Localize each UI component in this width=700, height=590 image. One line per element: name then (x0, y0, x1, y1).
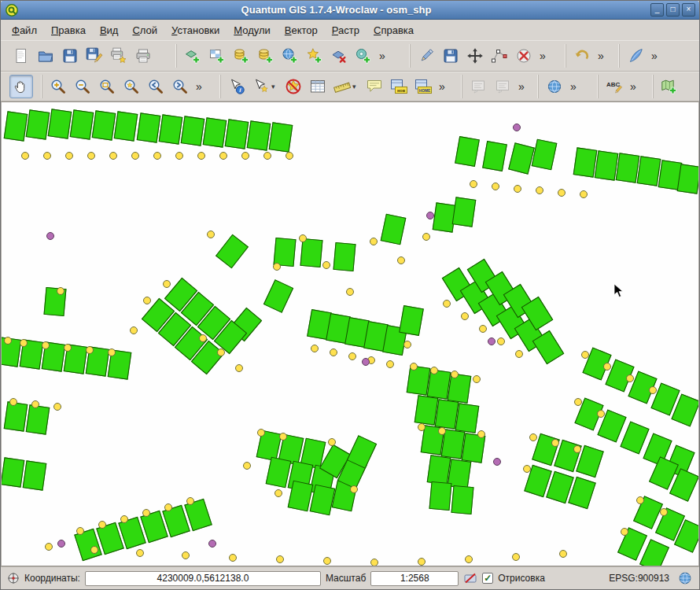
new-shapefile-layer-button[interactable] (303, 44, 326, 68)
menu-item-help[interactable]: Справка (367, 22, 420, 39)
save-project-button[interactable] (58, 44, 82, 68)
toolbar-overflow-button[interactable]: » (193, 75, 205, 98)
toolbar-overflow-button[interactable]: » (567, 75, 580, 98)
open-project-button[interactable] (34, 44, 57, 68)
minimize-button[interactable]: _ (650, 3, 664, 17)
point-feature (21, 152, 29, 160)
move-feature-button[interactable] (463, 44, 487, 68)
building-feature (448, 373, 472, 403)
text-annotation-button[interactable] (466, 75, 490, 98)
save-edits-button[interactable] (439, 44, 462, 68)
menu-item-view[interactable]: Вид (94, 22, 125, 39)
pan-button[interactable] (9, 75, 33, 98)
undo-button[interactable] (570, 44, 594, 68)
extents-icon[interactable] (7, 572, 20, 584)
building-feature (225, 119, 249, 149)
menu-item-raster[interactable]: Растр (326, 22, 366, 39)
zoom-to-selection-icon (123, 78, 140, 95)
chevron-down-icon[interactable]: ▾ (271, 83, 275, 90)
zoom-full-button[interactable] (95, 75, 119, 98)
building-feature (70, 109, 94, 139)
menu-item-file[interactable]: Файл (6, 22, 43, 39)
save-edits-icon (442, 47, 459, 65)
move-annotation-button[interactable] (491, 75, 514, 98)
new-project-button[interactable] (9, 44, 33, 68)
measure-button[interactable]: ▾ (330, 75, 362, 98)
add-spatialite-layer-button[interactable] (254, 44, 278, 68)
add-vector-layer-button[interactable] (181, 44, 204, 68)
toolbar-overflow-button[interactable]: » (376, 44, 389, 68)
remove-layer-button[interactable] (327, 44, 351, 68)
point-feature (175, 152, 183, 160)
stop-render-icon[interactable] (463, 571, 477, 585)
point-feature (470, 180, 477, 188)
add-to-overview-button[interactable] (658, 75, 681, 98)
close-button[interactable]: × (682, 3, 695, 17)
new-bookmark-button[interactable]: нов (387, 75, 411, 98)
point-feature (87, 152, 95, 160)
delete-selected-button[interactable] (512, 44, 536, 68)
menu-item-plugins[interactable]: Модули (227, 22, 277, 39)
zoom-last-button[interactable] (144, 75, 168, 98)
toolbar-overflow-button[interactable]: » (627, 75, 639, 98)
scale-input[interactable] (370, 571, 459, 586)
menu-item-vector[interactable]: Вектор (278, 22, 324, 39)
point-feature (286, 152, 293, 160)
node-tool-button[interactable] (488, 44, 511, 68)
maximize-button[interactable]: □ (666, 3, 680, 17)
web-globe-button[interactable] (543, 75, 566, 98)
new-print-composer-button[interactable] (107, 44, 131, 68)
point-feature (461, 312, 469, 320)
zoom-to-selection-button[interactable] (120, 75, 143, 98)
building-feature (300, 238, 323, 267)
point-feature (241, 152, 249, 160)
render-checkbox[interactable]: ✓ (482, 573, 493, 584)
toggle-editing-button[interactable] (414, 44, 438, 68)
add-delimited-text-layer-button[interactable] (352, 44, 375, 68)
titlebar[interactable]: Quantum GIS 1.7.4-Wroclaw - osm_shp _ □ … (1, 1, 699, 20)
window-title: Quantum GIS 1.7.4-Wroclaw - osm_shp (22, 4, 650, 16)
zoom-next-button[interactable] (168, 75, 192, 98)
select-features-button[interactable]: ▾ (249, 75, 281, 98)
menu-item-layer[interactable]: Слой (126, 22, 164, 39)
save-project-as-button[interactable] (83, 44, 106, 68)
toolbar-overflow-button[interactable]: » (436, 75, 448, 98)
point-feature (98, 521, 106, 529)
zoom-in-button[interactable] (46, 75, 70, 98)
point-feature (514, 185, 521, 193)
print-composer-button[interactable] (131, 44, 155, 68)
show-bookmarks-button[interactable]: HOME (411, 75, 435, 98)
menu-item-edit[interactable]: Правка (45, 22, 92, 39)
labeling-button[interactable]: ABC (602, 75, 626, 98)
chevron-down-icon[interactable]: ▾ (352, 83, 356, 90)
point-feature (43, 152, 51, 160)
point-feature (243, 462, 251, 470)
zoom-next-icon (171, 78, 189, 95)
map-tips-button[interactable] (363, 75, 386, 98)
node-tool-icon (491, 47, 508, 65)
point-feature (136, 549, 144, 557)
toolbar-overflow-button[interactable]: » (515, 75, 528, 98)
select-features-icon (252, 78, 270, 95)
new-project-icon (13, 47, 30, 65)
add-wms-layer-icon (282, 47, 299, 65)
add-raster-layer-button[interactable] (205, 44, 229, 68)
deselect-features-button[interactable] (282, 75, 305, 98)
menu-item-settings[interactable]: Установки (165, 22, 226, 39)
toolbar-overflow-button[interactable]: » (648, 44, 661, 68)
svg-text:HOME: HOME (419, 89, 431, 93)
toolbar-overflow-button[interactable]: » (536, 44, 549, 68)
building-feature (452, 197, 477, 227)
add-wms-layer-button[interactable] (278, 44, 302, 68)
add-raster-layer-icon (208, 47, 226, 65)
point-feature (108, 348, 116, 356)
feather-button[interactable] (624, 44, 647, 68)
zoom-out-button[interactable] (71, 75, 94, 98)
add-postgis-layer-button[interactable] (230, 44, 253, 68)
crs-status-icon[interactable] (677, 570, 693, 586)
toolbar-overflow-button[interactable]: » (595, 44, 607, 68)
identify-button[interactable]: i (225, 75, 249, 98)
map-canvas[interactable] (1, 101, 699, 566)
coordinates-input[interactable] (85, 571, 321, 586)
open-attribute-table-button[interactable] (306, 75, 330, 98)
